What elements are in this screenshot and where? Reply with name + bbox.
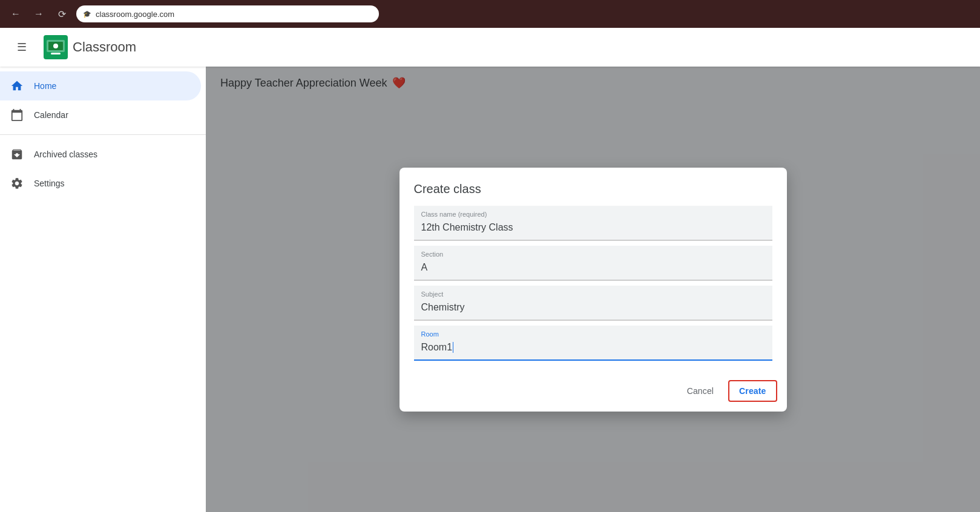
svg-point-3 (53, 44, 58, 48)
subject-field[interactable]: Subject Chemistry (414, 286, 772, 321)
class-name-field[interactable]: Class name (required) 12th Chemistry Cla… (414, 206, 772, 241)
app-bar: ☰ Classroom (0, 28, 980, 67)
cancel-button[interactable]: Cancel (677, 381, 723, 401)
dialog-overlay: Create class Class name (required) 12th … (206, 67, 980, 512)
sidebar-item-archived[interactable]: Archived classes (0, 140, 201, 169)
home-icon (10, 79, 24, 93)
settings-icon (10, 176, 24, 191)
room-field[interactable]: Room Room1 (414, 326, 772, 361)
section-label: Section (421, 251, 765, 258)
forward-button[interactable]: → (30, 5, 47, 22)
section-field[interactable]: Section A (414, 246, 772, 281)
room-value: Room1 (421, 340, 765, 355)
sidebar-archived-label: Archived classes (34, 149, 97, 159)
back-button[interactable]: ← (7, 5, 24, 22)
dialog-actions: Cancel Create (400, 375, 787, 412)
app-logo: Classroom (44, 35, 136, 59)
browser-chrome: ← → ⟳ 🎓 classroom.google.com (0, 0, 980, 28)
dialog-body: Class name (required) 12th Chemistry Cla… (400, 206, 787, 375)
classroom-logo-icon (44, 35, 68, 59)
section-value: A (421, 260, 765, 275)
hamburger-menu-button[interactable]: ☰ (10, 35, 34, 59)
dialog-title: Create class (400, 168, 787, 206)
sidebar-item-home[interactable]: Home (0, 71, 201, 100)
address-bar[interactable]: 🎓 classroom.google.com (76, 5, 379, 22)
class-name-label: Class name (required) (421, 211, 765, 218)
reload-button[interactable]: ⟳ (53, 5, 70, 22)
svg-rect-4 (51, 53, 61, 54)
class-name-value: 12th Chemistry Class (421, 220, 765, 235)
sidebar: Home Calendar Archived classes (0, 67, 206, 512)
app-title: Classroom (73, 39, 136, 55)
sidebar-settings-label: Settings (34, 179, 65, 188)
sidebar-divider (0, 134, 206, 135)
sidebar-item-settings[interactable]: Settings (0, 169, 201, 198)
subject-label: Subject (421, 290, 765, 298)
room-label: Room (421, 330, 765, 338)
favicon-icon: 🎓 (82, 9, 92, 19)
archive-icon (10, 147, 24, 162)
sidebar-item-calendar[interactable]: Calendar (0, 100, 201, 130)
hamburger-icon: ☰ (17, 41, 27, 54)
sidebar-calendar-label: Calendar (34, 110, 68, 120)
create-class-dialog: Create class Class name (required) 12th … (400, 168, 787, 412)
subject-value: Chemistry (421, 300, 765, 315)
calendar-icon (10, 108, 24, 122)
text-cursor (453, 342, 453, 353)
content-area: Happy Teacher Appreciation Week ❤️ Creat… (206, 67, 980, 512)
create-button[interactable]: Create (728, 380, 777, 402)
url-text: classroom.google.com (96, 10, 174, 19)
sidebar-home-label: Home (34, 81, 56, 91)
